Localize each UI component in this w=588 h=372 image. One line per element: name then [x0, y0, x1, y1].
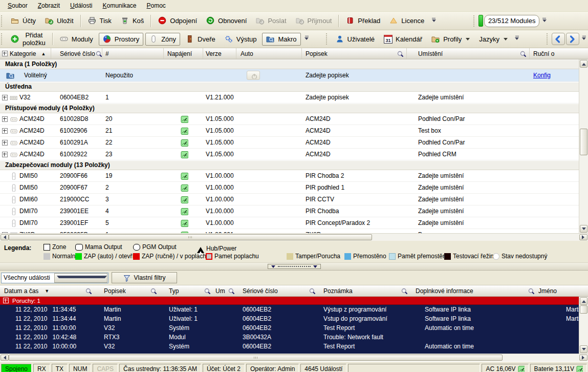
power-toggle-button[interactable] — [247, 71, 260, 80]
menu-komunikace[interactable]: Komunikace — [98, 1, 141, 11]
module-row[interactable]: DMI70 239001EF 5 V1.00.000 PIR Concept/P… — [0, 217, 579, 229]
column-header-number[interactable]: # — [102, 48, 164, 59]
column-header-kategorie[interactable]: Kategorie▲ — [0, 48, 51, 59]
accounts-button[interactable]: Účty — [6, 14, 40, 28]
group-header-pristupove-moduly[interactable]: Přístupové moduly (4 Položky) — [0, 104, 579, 113]
module-row[interactable]: ACM24D 610028D8 20 V1.05.000 ACM24D Podh… — [0, 113, 579, 125]
toolbar-overflow-button[interactable] — [430, 16, 437, 26]
module-row[interactable]: DMI50 20900F67 2 V1.00.000 PIR podhled 1… — [0, 182, 579, 194]
column-header-umisteni[interactable]: Um — [212, 285, 236, 296]
column-header-auto[interactable]: Auto — [236, 48, 302, 59]
configure-link[interactable]: Konfig — [533, 72, 551, 79]
add-item-button[interactable]: Přidat položku — [6, 29, 50, 49]
back-button[interactable] — [552, 33, 565, 45]
scrollbar-thumb[interactable] — [9, 355, 503, 361]
panel-splitter[interactable] — [0, 263, 588, 271]
search-icon[interactable] — [204, 287, 210, 294]
scroll-down-button[interactable] — [580, 345, 587, 353]
languages-button[interactable]: Jazyky — [474, 33, 512, 46]
module-row[interactable]: V32 06004EB2 1 V1.21.000 Zadejte popisek… — [0, 92, 579, 104]
splitter-collapse-handle[interactable] — [268, 264, 321, 269]
toolbar-overflow-button[interactable] — [303, 34, 310, 44]
menu-pomoc[interactable]: Pomoc — [142, 1, 170, 11]
column-header-verze[interactable]: Verze — [203, 48, 236, 59]
scroll-up-button[interactable] — [580, 297, 587, 305]
expand-row-icon[interactable] — [2, 95, 8, 100]
column-header-jmeno[interactable]: Jméno — [536, 285, 579, 296]
column-header-seriove-cislo[interactable]: Sériové číslo — [51, 48, 102, 59]
toolbar-overflow-button[interactable] — [581, 34, 587, 44]
event-filter-dropdown[interactable]: Všechny události — [1, 273, 108, 283]
search-icon[interactable] — [401, 287, 407, 294]
column-header-datum-a-cas[interactable]: Datum a čas▼ — [0, 285, 94, 296]
event-row[interactable]: 11 22, 201010:42:48 RTX3 Modul 3B00432A … — [0, 333, 579, 342]
toolbar-gripper[interactable] — [473, 15, 477, 27]
menu-zobrazit[interactable]: Zobrazit — [33, 1, 64, 11]
scroll-down-button[interactable] — [580, 225, 587, 233]
module-row[interactable]: ACM24D 61002906 21 V1.05.000 ACM24D Test… — [0, 125, 579, 137]
group-header-makra[interactable]: Makra (1 Položky) — [0, 59, 579, 69]
license-button[interactable]: Licence — [385, 14, 429, 28]
scrollbar-thumb[interactable] — [580, 305, 587, 314]
profiles-button[interactable]: Profily — [427, 32, 474, 46]
toolbar-overflow-button[interactable] — [514, 34, 520, 44]
areas-button[interactable]: Prostory — [99, 33, 143, 46]
toolbar-gripper[interactable] — [547, 33, 550, 45]
event-row[interactable]: 11 22, 201010:00:00 V32 Systém 06004EB2 … — [0, 342, 579, 351]
group-header-zabezpecovaci-moduly[interactable]: Zabezpečovací moduly (13 Položky) — [0, 160, 579, 170]
search-icon[interactable] — [519, 50, 526, 57]
column-header-rucni-ovladani[interactable]: Ruční o — [530, 48, 579, 59]
module-table-horizontal-scrollbar[interactable] — [0, 233, 588, 241]
forward-button[interactable] — [566, 33, 579, 45]
column-header-poznamka[interactable]: Poznámka — [317, 285, 409, 296]
scrollbar-thumb[interactable] — [9, 234, 372, 240]
menu-soubor[interactable]: Soubor — [3, 1, 32, 11]
module-table-vertical-scrollbar[interactable] — [579, 59, 588, 233]
toolbar-gripper[interactable] — [1, 33, 5, 45]
search-icon[interactable] — [397, 50, 403, 57]
module-row[interactable]: ZX8D 3500295B 1 V1.20.001 ZX8D Box — [0, 229, 579, 233]
module-row[interactable]: DMI70 239001EE 4 V1.00.000 PIR Chodba Za… — [0, 205, 579, 217]
custom-filters-button[interactable]: Vlastní filtry — [112, 272, 177, 283]
module-row-volitelny[interactable]: Volitelný Nepoužito Zadejte popisek Konf… — [0, 69, 579, 82]
scrollbar-thumb[interactable] — [580, 129, 587, 155]
scroll-right-button[interactable] — [579, 355, 587, 361]
toolbar-gripper[interactable] — [1, 15, 5, 27]
toolbar-gripper[interactable] — [326, 33, 330, 45]
expand-row-icon[interactable] — [2, 128, 8, 134]
zones-button[interactable]: Zóny — [145, 33, 180, 46]
restore-button[interactable]: Obnovení — [202, 14, 251, 28]
module-row[interactable]: ACM24D 6100291A 22 V1.05.000 ACM24D Podh… — [0, 137, 579, 149]
scroll-up-button[interactable] — [580, 60, 587, 68]
events-vertical-scrollbar[interactable] — [579, 297, 588, 354]
events-horizontal-scrollbar[interactable] — [0, 354, 588, 361]
column-header-napajeni[interactable]: Napájení — [164, 48, 203, 59]
search-icon[interactable] — [309, 287, 315, 294]
scroll-right-button[interactable] — [579, 234, 587, 240]
scroll-left-button[interactable] — [1, 234, 9, 240]
users-button[interactable]: Uživatelé — [331, 32, 379, 46]
translate-button[interactable]: Překlad — [341, 14, 385, 28]
disconnect-button[interactable]: Odpojení — [154, 14, 202, 28]
event-row[interactable]: 11 22, 201011:34:45 Martin Uživatel: 1 0… — [0, 305, 579, 314]
expand-group-icon[interactable] — [3, 298, 9, 303]
search-icon[interactable] — [85, 287, 92, 294]
expand-row-icon[interactable] — [2, 116, 8, 122]
menu-udalosti[interactable]: Události — [66, 1, 97, 11]
module-row[interactable]: ACM24D 61002922 23 V1.05.000 ACM24D Podh… — [0, 149, 579, 160]
column-header-doplnkove-informace[interactable]: Doplnkové informace — [409, 285, 536, 296]
doors-button[interactable]: Dveře — [181, 32, 220, 46]
search-icon[interactable] — [228, 287, 234, 294]
module-row[interactable]: DMI60 219000CC 3 V1.00.000 PIR CCTV Zade… — [0, 194, 579, 205]
chevron-down-icon[interactable] — [54, 273, 107, 283]
search-icon[interactable] — [150, 287, 157, 294]
column-header-popisek[interactable]: Popisek — [302, 48, 407, 59]
column-header-typ[interactable]: Typ — [159, 285, 212, 296]
scroll-left-button[interactable] — [1, 355, 9, 361]
trash-button[interactable]: Koš — [116, 14, 148, 28]
column-header-popisek[interactable]: Popisek — [94, 285, 159, 296]
expand-all-icon[interactable] — [2, 51, 8, 56]
column-header-umisteni[interactable]: Umístění — [407, 48, 530, 59]
modules-button[interactable]: Moduly — [55, 32, 98, 46]
module-row[interactable]: DMI50 20900F66 19 V1.00.000 PIR Chodba 2… — [0, 170, 579, 182]
